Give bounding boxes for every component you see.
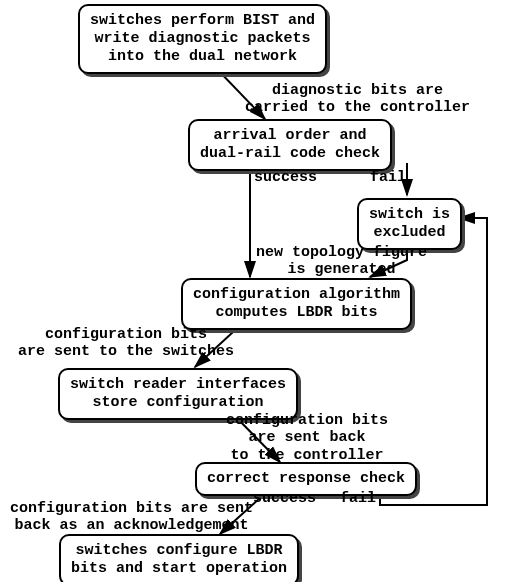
label-diagnostic-bits: diagnostic bits are carried to the contr… <box>245 82 470 117</box>
label-success-1: success <box>254 169 317 186</box>
label-config-back: configuration bits are sent back to the … <box>226 412 388 464</box>
node-start-operation: switches configure LBDR bits and start o… <box>59 534 299 582</box>
node-code-check: arrival order and dual-rail code check <box>188 119 392 171</box>
label-ack: configuration bits are sent back as an a… <box>10 500 253 535</box>
label-fail-1: fail <box>370 169 406 186</box>
flowchart-canvas: switches perform BIST and write diagnost… <box>0 0 507 582</box>
label-fail-2: fail <box>340 490 376 507</box>
label-success-2: success <box>253 490 316 507</box>
node-bist: switches perform BIST and write diagnost… <box>78 4 327 74</box>
label-config-to-switch: configuration bits are sent to the switc… <box>18 326 234 361</box>
node-lbdr-config: configuration algorithm computes LBDR bi… <box>181 278 412 330</box>
label-new-topology: new topology figure is generated <box>256 244 427 279</box>
node-switch-excluded: switch is excluded <box>357 198 462 250</box>
